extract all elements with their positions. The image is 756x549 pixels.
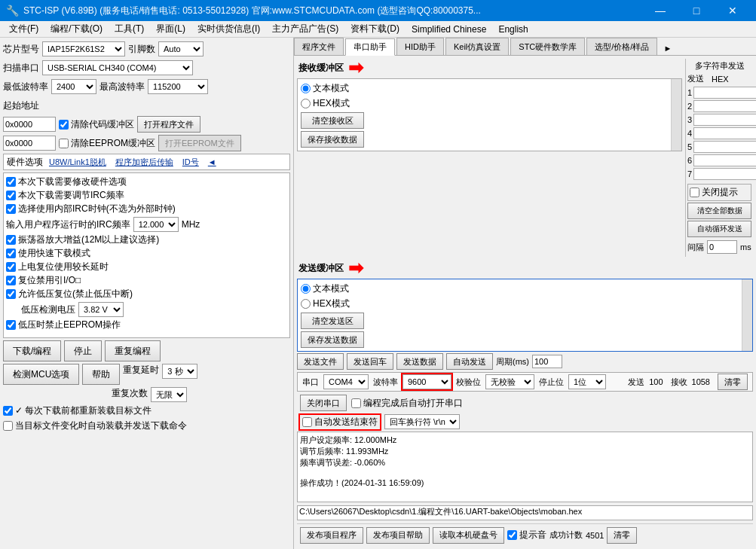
bottom-clear-btn[interactable]: 清零: [607, 527, 637, 544]
min-baud-select[interactable]: 2400: [51, 79, 96, 94]
clear-all-btn[interactable]: 清空全部数据: [687, 203, 751, 219]
menu-file[interactable]: 文件(F): [3, 21, 44, 37]
max-baud-select[interactable]: 115200: [148, 79, 208, 94]
maximize-button[interactable]: □: [679, 0, 714, 21]
end-char-select[interactable]: 回车换行符 \r\n: [384, 414, 460, 429]
send-clear-btn[interactable]: 清空发送区: [301, 313, 364, 329]
auto-send-cmd-cb[interactable]: 当目标文件变化时自动装载并发送下载命令: [3, 419, 290, 432]
minimize-button[interactable]: —: [643, 0, 678, 21]
option-7[interactable]: 上电复位使用较长延时: [6, 261, 287, 273]
read-hw-btn[interactable]: 读取本机硬盘号: [433, 527, 504, 544]
detect-btn[interactable]: 检测MCU选项: [3, 364, 79, 385]
multi-send-input-5[interactable]: [693, 141, 756, 153]
reprogram-btn[interactable]: 重复编程: [105, 340, 161, 361]
baud-select[interactable]: 9600: [402, 374, 451, 389]
stop-select[interactable]: 1位: [568, 374, 606, 389]
tab-serial-assist[interactable]: 串口助手: [345, 38, 395, 56]
recv-textarea[interactable]: [370, 79, 668, 147]
pin-select[interactable]: Auto: [158, 41, 204, 56]
menu-simplified-chinese[interactable]: Simplified Chinese: [406, 23, 492, 36]
send-hex-mode-radio[interactable]: HEX模式: [301, 297, 364, 310]
recv-save-btn[interactable]: 保存接收数据: [301, 131, 364, 148]
menu-tools[interactable]: 工具(T): [109, 21, 150, 37]
hw-more-btn[interactable]: ◄: [205, 157, 219, 166]
download-buttons: 下载/编程 停止 重复编程: [3, 340, 290, 361]
multi-send-input-6[interactable]: [693, 154, 756, 166]
publish-help-btn[interactable]: 发布项目帮助: [366, 527, 430, 544]
period-input[interactable]: [532, 355, 562, 368]
option-5[interactable]: 振荡器放大增益(12M以上建议选择): [6, 233, 287, 246]
low-voltage-select[interactable]: 3.82 V: [78, 302, 124, 317]
recv-scrollbar[interactable]: [671, 79, 681, 151]
irc-freq-select[interactable]: 12.000: [133, 217, 179, 232]
open-prog-btn[interactable]: 打开程序文件: [137, 116, 200, 133]
option-2[interactable]: 本次下载需要调节IRC频率: [6, 189, 287, 202]
stop-btn[interactable]: 停止: [64, 340, 102, 361]
reload-count-select[interactable]: 无限: [151, 387, 187, 402]
recv-clear-btn[interactable]: 清空接收区: [301, 112, 364, 129]
option-6[interactable]: 使用快速下载模式: [6, 247, 287, 260]
com-clear-btn[interactable]: 清零: [718, 374, 748, 390]
send-text-mode-radio[interactable]: 文本模式: [301, 282, 364, 295]
interval-input[interactable]: [707, 240, 737, 254]
recv-hex-mode-radio[interactable]: HEX模式: [301, 97, 364, 110]
auto-end-cb[interactable]: 自动发送结束符: [300, 415, 380, 429]
multi-send-input-1[interactable]: [693, 87, 756, 99]
send-save-btn[interactable]: 保存发送数据: [301, 331, 364, 348]
send-scrollbar[interactable]: [742, 279, 752, 351]
option-1[interactable]: 本次下载需要修改硬件选项: [6, 175, 287, 188]
send-back-btn[interactable]: 发送回车: [347, 353, 393, 370]
open-eeprom-btn[interactable]: 打开EEPROM文件: [158, 135, 241, 151]
tab-keil-sim[interactable]: Keil仿真设置: [445, 38, 509, 55]
clear-code-checkbox[interactable]: [59, 120, 69, 130]
close-notice-cb[interactable]: 关闭提示: [690, 186, 749, 199]
close-serial-btn[interactable]: 关闭串口: [300, 395, 347, 411]
download-btn[interactable]: 下载/编程: [3, 340, 61, 361]
scan-port-select[interactable]: USB-SERIAL CH340 (COM4): [42, 60, 193, 75]
menu-interface[interactable]: 界面(L): [150, 21, 191, 37]
addr2-input[interactable]: [3, 136, 56, 151]
clear-eeprom-label[interactable]: 清除EEPROM缓冲区: [59, 137, 155, 150]
multi-send-input-3[interactable]: [693, 114, 756, 126]
auto-loop-btn[interactable]: 自动循环发送: [687, 221, 751, 237]
menu-program[interactable]: 编程/下载(O): [44, 21, 109, 37]
multi-send-input-7[interactable]: [693, 168, 756, 180]
auto-reload-cb[interactable]: ✓ 每次下载前都重新装载目标文件: [3, 404, 290, 417]
auto-send-btn[interactable]: 自动发送: [446, 353, 493, 370]
tab-selection[interactable]: 选型/价格/样品: [586, 38, 657, 55]
tab-more-btn[interactable]: ►: [659, 41, 676, 55]
send-textarea[interactable]: [370, 279, 739, 340]
hw-id-btn[interactable]: ID号: [179, 157, 202, 168]
send-data-btn[interactable]: 发送数据: [396, 353, 443, 370]
menu-products[interactable]: 主力产品广告(S): [266, 21, 344, 37]
hw-encrypt-btn[interactable]: 程序加密后传输: [112, 157, 176, 168]
addr1-input[interactable]: [3, 117, 56, 132]
option-8[interactable]: 复位禁用引I/O□: [6, 274, 287, 287]
clear-code-label[interactable]: 清除代码缓冲区: [59, 118, 134, 131]
tab-program-file[interactable]: 程序文件: [294, 38, 344, 55]
menu-downloads[interactable]: 资料下载(D): [344, 21, 406, 37]
hw-u8w-btn[interactable]: U8W/Link1脱机: [46, 157, 109, 168]
multi-send-input-2[interactable]: [693, 100, 756, 112]
publish-prog-btn[interactable]: 发布项目程序: [300, 527, 363, 544]
option-3[interactable]: 选择使用内部IRC时钟(不选为外部时钟): [6, 203, 287, 215]
help-btn[interactable]: 帮助: [82, 364, 120, 385]
menu-realtime[interactable]: 实时供货信息(I): [191, 21, 266, 37]
chip-select[interactable]: IAP15F2K61S2: [42, 41, 125, 56]
send-file-btn[interactable]: 发送文件: [297, 353, 344, 370]
check-select[interactable]: 无校验: [485, 374, 534, 389]
tab-hid-assist[interactable]: HID助手: [396, 38, 444, 55]
com-select[interactable]: COM4: [323, 374, 369, 389]
tab-stc-math[interactable]: STC硬件数学库: [510, 38, 585, 55]
option-9[interactable]: 允许低压复位(禁止低压中断): [6, 288, 287, 300]
reload-buttons: 重复次数 无限: [3, 387, 290, 402]
close-button[interactable]: ✕: [715, 0, 750, 21]
menu-english[interactable]: English: [492, 23, 534, 36]
reload-delay-select[interactable]: 3 秒: [162, 364, 197, 379]
recv-text-mode-radio[interactable]: 文本模式: [301, 82, 364, 95]
clear-eeprom-checkbox[interactable]: [59, 139, 69, 148]
auto-open-cb[interactable]: 编程完成后自动打开串口: [351, 397, 463, 410]
sound-cb[interactable]: 提示音: [507, 529, 546, 541]
option-11[interactable]: 低压时禁止EEPROM操作: [6, 319, 287, 331]
multi-send-input-4[interactable]: [693, 127, 756, 139]
